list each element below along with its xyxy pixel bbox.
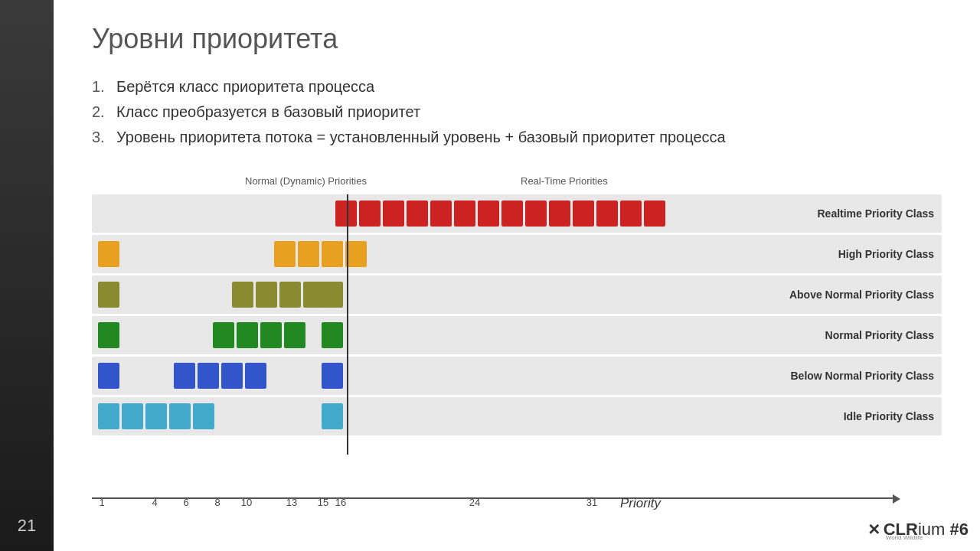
- row-label-above-normal: Above Normal Priority Class: [789, 289, 934, 301]
- row-normal: Normal Priority Class: [92, 316, 942, 354]
- tick-8: 8: [214, 497, 220, 508]
- row-label-below-normal: Below Normal Priority Class: [790, 370, 934, 382]
- list-num: 2.: [92, 103, 107, 121]
- row-label-realtime: Realtime Priority Class: [817, 207, 934, 220]
- tick-13: 13: [286, 497, 297, 508]
- list-num: 1.: [92, 78, 107, 96]
- list: 1.Берётся класс приоритета процесса2.Кла…: [92, 78, 942, 154]
- slide-number: 21: [18, 516, 36, 536]
- row-idle: Idle Priority Class: [92, 397, 942, 435]
- main-content: Уровни приоритета 1.Берётся класс приори…: [54, 0, 980, 551]
- tick-4: 4: [152, 497, 157, 508]
- row-below-normal: Below Normal Priority Class: [92, 357, 942, 395]
- chart-container: Normal (Dynamic) Priorities Real-Time Pr…: [92, 175, 942, 536]
- tick-10: 10: [241, 497, 252, 508]
- normal-priorities-label: Normal (Dynamic) Priorities: [245, 175, 367, 187]
- x-axis-line: [92, 497, 896, 499]
- tick-24: 24: [469, 497, 480, 508]
- list-text: Берётся класс приоритета процесса: [116, 78, 374, 96]
- logo-area: ✕ CLRium #6 World Wildlife: [867, 520, 969, 540]
- list-item: 1.Берётся класс приоритета процесса: [92, 78, 942, 96]
- row-label-normal: Normal Priority Class: [825, 329, 934, 341]
- row-realtime: Realtime Priority Class: [92, 194, 942, 233]
- chart: Realtime Priority Class: [92, 194, 942, 438]
- list-text: Уровень приоритета потока = установленны…: [116, 129, 726, 146]
- row-high: High Priority Class: [92, 235, 942, 273]
- list-item: 2.Класс преобразуется в базовый приорите…: [92, 103, 942, 121]
- realtime-priorities-label: Real-Time Priorities: [521, 175, 608, 187]
- row-above-normal: Above Normal Priority Class: [92, 276, 942, 314]
- list-text: Класс преобразуется в базовый приоритет: [116, 103, 420, 121]
- tick-31: 31: [586, 497, 597, 508]
- page-title: Уровни приоритета: [92, 23, 942, 55]
- tick-6: 6: [183, 497, 188, 508]
- list-num: 3.: [92, 129, 107, 146]
- tick-16: 16: [335, 497, 346, 508]
- priority-divider-line: [347, 194, 348, 455]
- priority-label: Priority: [620, 496, 661, 511]
- list-item: 3.Уровень приоритета потока = установлен…: [92, 129, 942, 146]
- row-label-idle: Idle Priority Class: [844, 410, 934, 422]
- logo-icon: ✕: [867, 520, 880, 539]
- tick-1: 1: [99, 497, 104, 508]
- logo-subtitle: World Wildlife: [886, 534, 923, 541]
- tick-15: 15: [318, 497, 328, 508]
- x-axis-arrow: [893, 494, 900, 504]
- row-label-high: High Priority Class: [838, 248, 934, 260]
- sidebar: 21: [0, 0, 54, 551]
